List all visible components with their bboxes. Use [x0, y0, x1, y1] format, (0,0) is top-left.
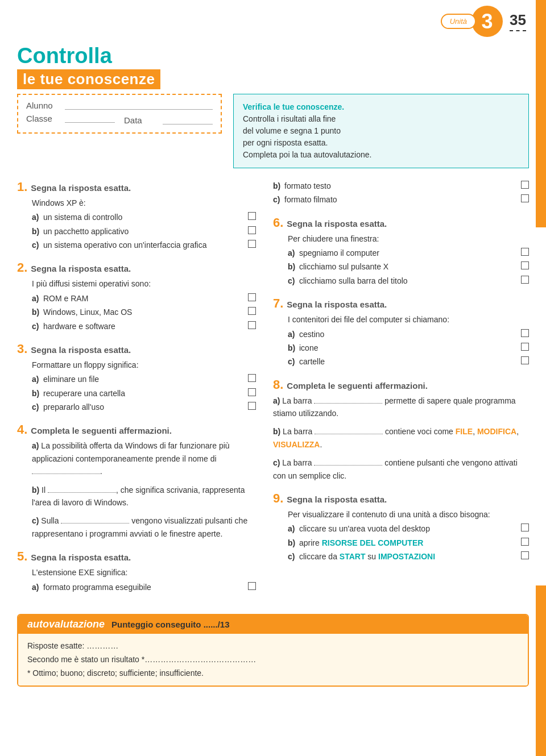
title-section: Controlla le tue conoscenze — [0, 44, 546, 89]
q7-opt-b: b) icone — [288, 342, 529, 354]
q4-blank-b[interactable] — [48, 485, 116, 493]
question-5-cont: b) formato testo c) formato filmato — [273, 180, 529, 206]
q5-cont-body: b) formato testo c) formato filmato — [273, 180, 529, 206]
class-date-row: Classe Data — [26, 114, 213, 127]
q8-item-b: b) La barra contiene voci come FILE, MOD… — [273, 425, 529, 451]
q1-check-c[interactable] — [248, 240, 256, 248]
q6-label: Segna la risposta esatta. — [287, 219, 387, 229]
q2-check-a[interactable] — [248, 293, 256, 301]
q1-opt-a: a) un sistema di controllo — [32, 211, 256, 223]
q1-intro: Windows XP è: — [32, 197, 256, 209]
q3-title: 3. Segna la risposta esatta. — [17, 342, 256, 356]
q2-opt-a: a) ROM e RAM — [32, 292, 256, 305]
q9-opt-a: a) cliccare su un'area vuota del desktop — [288, 522, 529, 535]
side-decoration-top — [536, 0, 546, 227]
q3-check-c[interactable] — [248, 402, 256, 410]
classe-label: Classe — [26, 114, 60, 123]
q7-intro: I contenitori dei file del computer si c… — [288, 313, 529, 326]
q4-blank-a[interactable] — [32, 466, 100, 474]
q4-blank-c[interactable] — [61, 516, 129, 524]
page: Unità 3 35 Controlla le tue conoscenze A… — [0, 0, 546, 756]
q8-blank-c[interactable] — [314, 458, 382, 466]
question-5: 5. Segna la risposta esatta. L'estension… — [17, 549, 256, 593]
q9-check-c[interactable] — [521, 551, 529, 559]
q3-opt-b: b) recuperare una cartella — [32, 387, 256, 400]
q4-item-c: c) Sulla vengono visualizzati pulsanti c… — [32, 514, 256, 540]
q5-check-b[interactable] — [521, 181, 529, 189]
q1-opt-c: c) un sistema operativo con un'interfacc… — [32, 239, 256, 251]
q6-title: 6. Segna la risposta esatta. — [273, 215, 529, 230]
q1-check-b[interactable] — [248, 226, 256, 234]
q1-num: 1. — [17, 180, 27, 194]
q5-check-a[interactable] — [248, 582, 256, 590]
q5-intro: L'estensione EXE significa: — [32, 566, 256, 579]
q6-check-c[interactable] — [521, 276, 529, 284]
q7-opt-c: c) cartelle — [288, 355, 529, 368]
q8-body: a) La barra permette di sapere quale pro… — [273, 394, 529, 482]
autoval-title: autovalutazione — [27, 618, 105, 630]
q6-opt-a: a) spegniamo il computer — [288, 247, 529, 259]
risorse-link: RISORSE DEL COMPUTER — [322, 538, 424, 547]
q2-opt-c: c) hardware e software — [32, 320, 256, 333]
q6-opt-b: b) clicchiamo sul pulsante X — [288, 260, 529, 273]
q2-check-c[interactable] — [248, 321, 256, 329]
q7-title: 7. Segna la risposta esatta. — [273, 296, 529, 311]
q3-intro: Formattare un floppy significa: — [32, 359, 256, 371]
q7-check-c[interactable] — [521, 356, 529, 364]
q1-check-a[interactable] — [248, 212, 256, 220]
autoval-body: Risposte esatte: ………… Secondo me è stato… — [18, 634, 528, 686]
q7-label: Segna la risposta esatta. — [287, 300, 387, 309]
q3-check-b[interactable] — [248, 388, 256, 396]
q8-num: 8. — [273, 377, 283, 392]
question-6: 6. Segna la risposta esatta. Per chiuder… — [273, 215, 529, 288]
q9-title: 9. Segna la risposta esatta. — [273, 491, 529, 506]
q4-title: 4. Completa le seguenti affermazioni. — [17, 422, 256, 437]
q6-check-a[interactable] — [521, 248, 529, 256]
alunno-line — [65, 101, 213, 110]
q1-body: Windows XP è: a) un sistema di controllo… — [17, 197, 256, 252]
q6-check-b[interactable] — [521, 261, 529, 269]
q5-check-c[interactable] — [521, 194, 529, 202]
q1-opt-b: b) un pacchetto applicativo — [32, 225, 256, 238]
q9-opt-b: b) aprire RISORSE DEL COMPUTER — [288, 537, 529, 549]
q2-check-b[interactable] — [248, 307, 256, 315]
q7-check-b[interactable] — [521, 343, 529, 351]
main-content: 1. Segna la risposta esatta. Windows XP … — [0, 174, 546, 608]
q1-title: 1. Segna la risposta esatta. — [17, 180, 256, 194]
question-8: 8. Completa le seguenti affermazioni. a)… — [273, 377, 529, 482]
question-4: 4. Completa le seguenti affermazioni. a)… — [17, 422, 256, 540]
q8-blank-b[interactable] — [315, 426, 383, 434]
q9-check-b[interactable] — [521, 538, 529, 546]
modifica-link: MODIFICA — [477, 427, 516, 436]
q7-num: 7. — [273, 296, 283, 311]
q3-check-a[interactable] — [248, 374, 256, 382]
q8-blank-a[interactable] — [314, 396, 382, 404]
q2-opt-b: b) Windows, Linux, Mac OS — [32, 306, 256, 318]
verifica-line1: Verifica le tue conoscenze. — [243, 102, 344, 111]
q9-num: 9. — [273, 491, 283, 506]
question-2: 2. Segna la risposta esatta. I più diffu… — [17, 260, 256, 333]
data-label: Data — [124, 115, 158, 125]
q3-opt-c: c) prepararlo all'uso — [32, 401, 256, 413]
q5-body: L'estensione EXE significa: a) formato p… — [17, 566, 256, 593]
q1-label: Segna la risposta esatta. — [31, 183, 131, 193]
classe-line — [65, 114, 115, 123]
col-left: 1. Segna la risposta esatta. Windows XP … — [17, 180, 256, 603]
autoval-line1: Risposte esatte: ………… — [27, 639, 519, 653]
verifica-line5: Completa poi la tua autovalutazione. — [243, 150, 371, 159]
q2-title: 2. Segna la risposta esatta. — [17, 260, 256, 275]
q6-body: Per chiudere una finestra: a) spegniamo … — [273, 232, 529, 288]
q9-check-a[interactable] — [521, 524, 529, 531]
q5-label: Segna la risposta esatta. — [31, 553, 131, 562]
q8-label: Completa le seguenti affermazioni. — [287, 381, 428, 391]
col-right: b) formato testo c) formato filmato 6. S… — [273, 180, 529, 603]
autoval-header: autovalutazione Punteggio conseguito ...… — [18, 615, 528, 634]
visualizza-link: VISUALIZZA — [273, 440, 320, 449]
student-name-field: Alunno — [26, 101, 213, 110]
q9-intro: Per visualizzare il contenuto di una uni… — [288, 508, 529, 521]
question-9: 9. Segna la risposta esatta. Per visuali… — [273, 491, 529, 563]
q5-opt-a: a) formato programma eseguibile — [32, 581, 256, 593]
q9-opt-c: c) cliccare da START su IMPOSTAZIONI — [288, 550, 529, 563]
question-3: 3. Segna la risposta esatta. Formattare … — [17, 342, 256, 414]
q7-check-a[interactable] — [521, 329, 529, 337]
